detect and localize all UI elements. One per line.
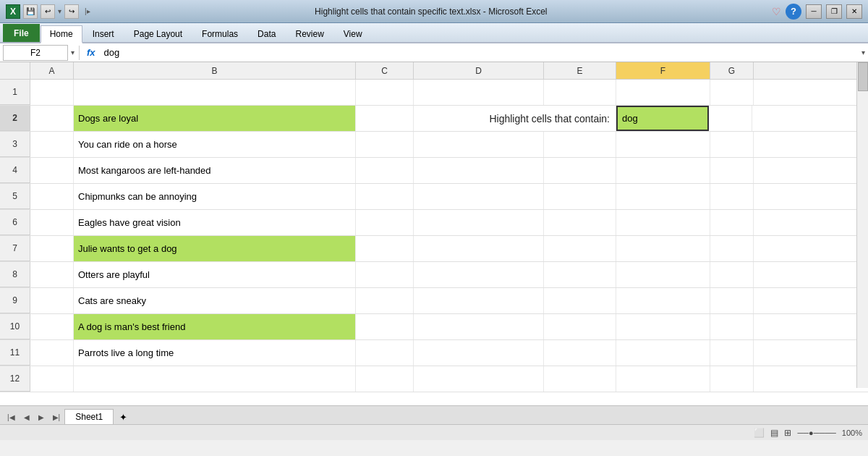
cell-d7[interactable] (414, 236, 544, 261)
cell-c7[interactable] (356, 236, 414, 261)
cell-g8[interactable] (710, 262, 754, 287)
cell-f2[interactable]: dog (616, 106, 709, 131)
cell-a1[interactable] (30, 80, 74, 105)
cell-d4[interactable] (414, 158, 544, 183)
tab-insert[interactable]: Insert (83, 25, 124, 42)
cell-a11[interactable] (30, 340, 74, 366)
cell-a6[interactable] (30, 210, 74, 235)
col-header-g[interactable]: G (710, 62, 754, 79)
cell-g10[interactable] (710, 314, 754, 339)
sheet-nav-prev[interactable]: ◀ (20, 410, 34, 424)
cell-e10[interactable] (544, 314, 616, 339)
help-button[interactable]: ? (786, 4, 801, 20)
ribbon-scroll[interactable]: ▾ (861, 48, 865, 56)
cell-g7[interactable] (710, 236, 754, 261)
qat-more[interactable]: |▸ (85, 7, 90, 15)
cell-b8[interactable]: Otters are playful (74, 262, 356, 287)
view-pagebreak-icon[interactable]: ⊞ (784, 428, 791, 438)
tab-review[interactable]: Review (286, 25, 333, 42)
cell-a4[interactable] (30, 158, 74, 183)
tab-data[interactable]: Data (248, 25, 285, 42)
cell-c4[interactable] (356, 158, 414, 183)
scrollbar-thumb[interactable] (858, 62, 868, 91)
cell-f5[interactable] (616, 184, 710, 209)
cell-b6[interactable]: Eagles have great vision (74, 210, 356, 235)
view-layout-icon[interactable]: ▤ (770, 428, 778, 438)
cell-g12[interactable] (710, 366, 754, 392)
cell-e4[interactable] (544, 158, 616, 183)
cell-d12[interactable] (414, 366, 544, 392)
cell-a10[interactable] (30, 314, 74, 339)
cell-e5[interactable] (544, 184, 616, 209)
col-header-b[interactable]: B (74, 62, 356, 79)
cell-c11[interactable] (356, 340, 414, 366)
undo-qat-button[interactable]: ↩ (41, 4, 55, 19)
cell-b10[interactable]: A dog is man's best friend (74, 314, 356, 339)
cell-g6[interactable] (710, 210, 754, 235)
redo-qat-button[interactable]: ↪ (64, 4, 79, 19)
cell-a12[interactable] (30, 366, 74, 392)
sheet-nav-last[interactable]: ▶| (48, 410, 65, 424)
cell-a3[interactable] (30, 132, 74, 157)
cell-a8[interactable] (30, 262, 74, 287)
cell-c1[interactable] (356, 80, 414, 105)
cell-b12[interactable] (74, 366, 356, 392)
col-header-e[interactable]: E (544, 62, 616, 79)
cell-e6[interactable] (544, 210, 616, 235)
tab-home[interactable]: Home (41, 25, 82, 43)
cell-f3[interactable] (616, 132, 710, 157)
cell-a2[interactable] (30, 106, 74, 131)
cell-f12[interactable] (616, 366, 710, 392)
cell-d11[interactable] (414, 340, 544, 366)
cell-c10[interactable] (356, 314, 414, 339)
name-box[interactable] (3, 45, 68, 61)
cell-d3[interactable] (414, 132, 544, 157)
undo-dropdown[interactable]: ▾ (58, 7, 61, 15)
cell-e1[interactable] (544, 80, 616, 105)
cell-e3[interactable] (544, 132, 616, 157)
formula-input[interactable] (101, 45, 856, 61)
cell-e7[interactable] (544, 236, 616, 261)
save-qat-button[interactable]: 💾 (23, 4, 38, 19)
cell-f8[interactable] (616, 262, 710, 287)
cell-g1[interactable] (710, 80, 754, 105)
cell-f1[interactable] (616, 80, 710, 105)
cell-g11[interactable] (710, 340, 754, 366)
cell-f11[interactable] (616, 340, 710, 366)
cell-f10[interactable] (616, 314, 710, 339)
cell-g9[interactable] (710, 288, 754, 313)
cell-c6[interactable] (356, 210, 414, 235)
tab-view[interactable]: View (334, 25, 372, 42)
cell-g4[interactable] (710, 158, 754, 183)
cell-g2[interactable] (709, 106, 752, 131)
cell-e9[interactable] (544, 288, 616, 313)
cell-d1[interactable] (414, 80, 544, 105)
cell-c5[interactable] (356, 184, 414, 209)
cell-f7[interactable] (616, 236, 710, 261)
cell-g5[interactable] (710, 184, 754, 209)
tab-file[interactable]: File (3, 24, 40, 42)
add-sheet-button[interactable]: ✦ (115, 410, 132, 424)
cell-a9[interactable] (30, 288, 74, 313)
cell-d5[interactable] (414, 184, 544, 209)
cell-c9[interactable] (356, 288, 414, 313)
restore-button[interactable]: ❐ (826, 4, 842, 19)
cell-d10[interactable] (414, 314, 544, 339)
cell-d8[interactable] (414, 262, 544, 287)
cell-b5[interactable]: Chipmunks can be annoying (74, 184, 356, 209)
cell-b3[interactable]: You can ride on a horse (74, 132, 356, 157)
view-normal-icon[interactable]: ⬜ (754, 428, 765, 438)
cell-f6[interactable] (616, 210, 710, 235)
cell-d6[interactable] (414, 210, 544, 235)
cell-c3[interactable] (356, 132, 414, 157)
cell-c12[interactable] (356, 366, 414, 392)
cell-d9[interactable] (414, 288, 544, 313)
cell-b2[interactable]: Dogs are loyal (74, 106, 356, 131)
cell-g3[interactable] (710, 132, 754, 157)
cell-e12[interactable] (544, 366, 616, 392)
col-header-f[interactable]: F (616, 62, 710, 79)
minimize-button[interactable]: ─ (806, 4, 822, 19)
col-header-d[interactable]: D (414, 62, 544, 79)
cell-a7[interactable] (30, 236, 74, 261)
sheet-nav-first[interactable]: |◀ (3, 410, 20, 424)
